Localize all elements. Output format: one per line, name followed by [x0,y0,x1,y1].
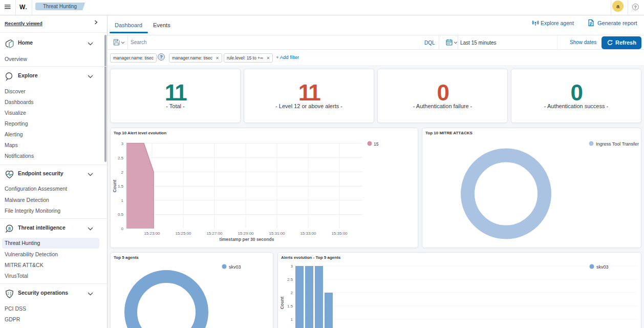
svg-text:0: 0 [121,227,124,231]
svg-text:1: 1 [291,317,293,322]
svg-text:15:27:00: 15:27:00 [206,231,223,236]
svg-text:1: 1 [121,198,124,203]
svg-text:Count: Count [112,180,117,193]
svg-text:timestamp per 30 seconds: timestamp per 30 seconds [220,237,274,242]
svg-text:15:29:00: 15:29:00 [238,231,254,236]
svg-text:2.5: 2.5 [287,277,293,282]
svg-text:0.5: 0.5 [118,212,124,217]
svg-text:15:23:00: 15:23:00 [144,231,160,236]
svg-text:15:31:00: 15:31:00 [269,231,285,236]
svg-text:15:33:00: 15:33:00 [300,231,316,236]
svg-text:1.5: 1.5 [118,184,124,189]
svg-text:15: 15 [374,141,379,147]
svg-text:skv03: skv03 [229,264,241,270]
svg-text:Count: Count [280,297,285,310]
svg-text:2: 2 [291,291,293,295]
svg-text:3: 3 [291,264,293,269]
svg-text:skv03: skv03 [596,264,609,270]
svg-text:15:25:00: 15:25:00 [175,231,191,236]
svg-text:1.5: 1.5 [287,304,293,309]
svg-text:15:35:00: 15:35:00 [331,231,348,236]
svg-text:2: 2 [121,170,124,175]
svg-text:Ingress Tool Transfer: Ingress Tool Transfer [596,141,639,147]
svg-text:3: 3 [121,141,124,146]
svg-text:2.5: 2.5 [118,156,124,160]
